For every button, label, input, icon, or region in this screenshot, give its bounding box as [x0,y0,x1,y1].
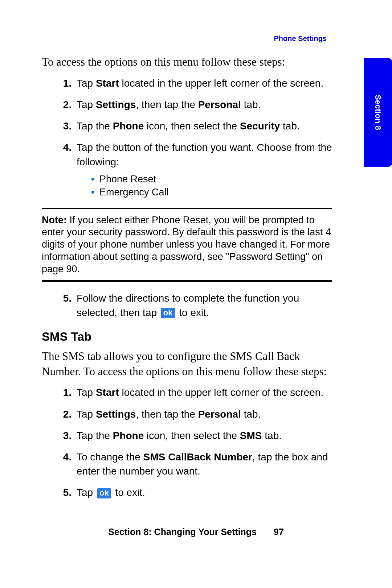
step-item: Tap the button of the function you want.… [74,140,332,199]
note-label: Note: [42,215,67,225]
header-label: Phone Settings [274,34,327,43]
steps-list-1: Tap Start located in the upper left corn… [42,76,332,199]
step-item: Tap ok to exit. [74,485,332,500]
steps-list-1b: Follow the directions to complete the fu… [42,291,332,319]
footer-section: Section 8: Changing Your Settings [108,527,257,537]
page: Phone Settings Section 8 To access the o… [0,0,392,588]
steps-list-2: Tap Start located in the upper left corn… [42,385,332,500]
sms-tab-heading: SMS Tab [42,330,332,344]
sub-item: Phone Reset [91,173,332,186]
sub-list: Phone Reset Emergency Call [77,173,332,199]
step-item: Tap the Phone icon, then select the Secu… [74,119,332,133]
note-block: Note: If you select either Phone Reset, … [42,208,332,282]
step-item: Tap Settings, then tap the Personal tab. [74,98,332,112]
step-item: Tap Start located in the upper left corn… [74,76,332,90]
content-area: To access the options on this menu follo… [42,54,332,507]
sub-item: Emergency Call [91,186,332,199]
ok-icon: ok [97,488,111,498]
section-tab-label: Section 8 [373,95,383,130]
step-item: Follow the directions to complete the fu… [74,291,332,319]
step-item: Tap Settings, then tap the Personal tab. [74,407,332,421]
note-text: If you select either Phone Reset, you wi… [42,215,331,274]
page-footer: Section 8: Changing Your Settings 97 [0,527,392,537]
section-tab: Section 8 [364,58,392,167]
step-item: To change the SMS CallBack Number, tap t… [74,450,332,478]
step-item: Tap the Phone icon, then select the SMS … [74,428,332,443]
ok-icon: ok [161,308,175,318]
step-item: Tap Start located in the upper left corn… [74,385,332,399]
intro-text-2: The SMS tab allows you to configure the … [42,349,332,379]
intro-text-1: To access the options on this menu follo… [42,54,332,70]
page-number: 97 [274,527,284,537]
